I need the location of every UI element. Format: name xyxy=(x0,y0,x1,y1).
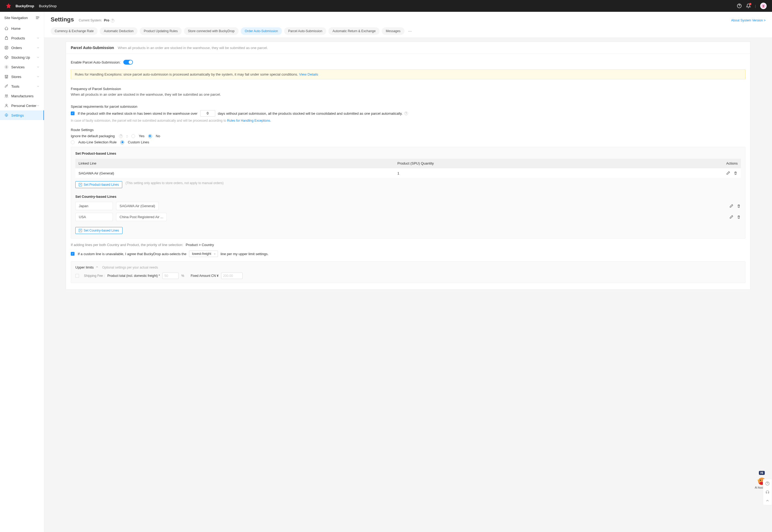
sidebar: Site Navigation Home Products Orders Sto… xyxy=(0,12,44,532)
svg-point-8 xyxy=(6,104,7,106)
tab-store-connected[interactable]: Store connected with BuckyDrop xyxy=(184,27,239,35)
help-icon[interactable]: ? xyxy=(111,19,114,23)
tab-product-updating[interactable]: Product Updating Rules xyxy=(140,27,182,35)
collapse-icon[interactable] xyxy=(35,16,40,20)
set-product-lines-button[interactable]: + Set Product-based Lines xyxy=(75,181,122,188)
tabs-more-icon[interactable]: ⋯ xyxy=(407,29,413,33)
delete-icon[interactable] xyxy=(733,171,738,175)
tab-order-auto-submission[interactable]: Order Auto-Submission xyxy=(241,27,282,35)
special-req-checkbox[interactable] xyxy=(71,111,75,115)
route-settings-title: Route Settings xyxy=(71,128,745,132)
float-actions xyxy=(763,479,772,505)
tab-auto-return[interactable]: Automatic Return & Exchange xyxy=(328,27,380,35)
sidebar-item-tools[interactable]: Tools xyxy=(0,81,44,91)
help-icon[interactable] xyxy=(737,3,742,8)
bell-icon[interactable] xyxy=(746,3,751,8)
enable-toggle[interactable] xyxy=(123,60,133,65)
svg-point-9 xyxy=(6,115,7,116)
ignore-yes-radio[interactable] xyxy=(131,134,135,138)
line-box: SAGAWA Air (General) xyxy=(116,202,159,210)
set-country-lines-button[interactable]: + Set Country-based Lines xyxy=(75,227,123,234)
delete-icon[interactable] xyxy=(737,215,741,219)
top-header: BuckyDrop BuckyShop | xyxy=(0,0,772,12)
header-separator: | xyxy=(755,4,756,8)
exception-alert: Rules for Handling Exceptions: since par… xyxy=(71,69,745,79)
factory-icon xyxy=(4,94,9,98)
days-input[interactable] xyxy=(200,110,215,117)
chevron-down-icon xyxy=(36,56,40,59)
bag-icon xyxy=(4,36,9,40)
fixed-amount-input[interactable] xyxy=(221,273,243,279)
current-system: Current System: Pro ? xyxy=(79,18,114,23)
table-row: SAGAWA Air (General) 1 xyxy=(75,168,741,178)
sidebar-item-stores[interactable]: Stores xyxy=(0,72,44,81)
chevron-down-icon xyxy=(36,85,40,88)
help-icon[interactable]: ? xyxy=(404,111,408,115)
line-box: China Post Registered Air ... xyxy=(116,213,167,221)
brand-buckyshop[interactable]: BuckyShop xyxy=(39,4,57,8)
svg-point-3 xyxy=(763,5,764,6)
avatar[interactable] xyxy=(760,3,767,9)
shipping-fee-checkbox[interactable] xyxy=(75,274,79,278)
sidebar-item-settings[interactable]: Settings xyxy=(0,110,44,120)
special-req-title: Special requirements for parcel submissi… xyxy=(71,105,745,109)
edit-icon[interactable] xyxy=(729,215,733,219)
country-lines-title: Set Country-based Lines xyxy=(75,195,741,199)
tab-auto-deduction[interactable]: Automatic Deduction xyxy=(100,27,138,35)
logo xyxy=(5,3,12,9)
tab-messages[interactable]: Messages xyxy=(382,27,404,35)
home-icon xyxy=(4,26,9,31)
sidebar-title: Site Navigation xyxy=(4,16,28,20)
product-lines-hint: (This setting only applies to store orde… xyxy=(125,181,224,185)
svg-point-2 xyxy=(763,5,763,6)
rules-link[interactable]: Rules for Handling Exceptions. xyxy=(227,119,271,122)
store-icon xyxy=(4,75,9,79)
sidebar-item-products[interactable]: Products xyxy=(0,33,44,43)
country-box: Japan xyxy=(75,202,113,210)
chevron-up-icon xyxy=(95,265,99,269)
tools-icon xyxy=(4,84,9,88)
tab-parcel-auto-submission[interactable]: Parcel Auto-Submission xyxy=(284,27,326,35)
list-icon xyxy=(4,46,9,50)
notification-dot xyxy=(749,3,751,5)
sidebar-item-orders[interactable]: Orders xyxy=(0,43,44,53)
panel-title: Parcel Auto-Submission xyxy=(71,46,114,50)
custom-unavail-checkbox[interactable] xyxy=(71,252,75,256)
float-headset-icon[interactable] xyxy=(763,488,772,496)
box-icon xyxy=(4,55,9,59)
tab-currency[interactable]: Currency & Exchange Rate xyxy=(51,27,98,35)
custom-lines-radio[interactable] xyxy=(120,140,124,144)
chevron-down-icon xyxy=(36,65,40,69)
user-icon xyxy=(4,103,9,108)
view-details-link[interactable]: View Details xyxy=(299,72,318,76)
enable-label: Enable Parcel Auto-Submission: xyxy=(71,60,121,64)
sidebar-item-home[interactable]: Home xyxy=(0,24,44,33)
percent-input[interactable] xyxy=(162,273,179,279)
gear-icon xyxy=(4,113,9,117)
upper-limits-title[interactable]: Upper limits xyxy=(75,265,99,269)
float-help-icon[interactable] xyxy=(763,479,772,488)
freight-select[interactable]: lowest-freight xyxy=(189,251,218,257)
sidebar-item-services[interactable]: Services xyxy=(0,62,44,72)
chevron-down-icon xyxy=(36,46,40,49)
edit-icon[interactable] xyxy=(726,171,730,175)
help-icon[interactable]: ? xyxy=(119,134,123,138)
about-version-link[interactable]: About System Version > xyxy=(731,18,766,22)
sidebar-item-stocking-up[interactable]: Stocking Up xyxy=(0,53,44,62)
page-header: Settings Current System: Pro ? About Sys… xyxy=(44,12,772,38)
frequency-title: Frequency of Parcel Submission xyxy=(71,87,745,91)
ignore-no-radio[interactable] xyxy=(148,134,152,138)
services-icon xyxy=(4,65,9,69)
sidebar-item-personal-center[interactable]: Personal Center xyxy=(0,101,44,110)
sidebar-title-row: Site Navigation xyxy=(0,12,44,24)
sidebar-item-manufacturers[interactable]: Manufacturers xyxy=(0,91,44,101)
svg-point-11 xyxy=(760,480,761,481)
main-content: Settings Current System: Pro ? About Sys… xyxy=(44,12,772,532)
auto-line-radio[interactable] xyxy=(71,140,75,144)
delete-icon[interactable] xyxy=(737,204,741,208)
brand-buckydrop[interactable]: BuckyDrop xyxy=(16,4,34,8)
svg-point-1 xyxy=(761,3,766,8)
chevron-down-icon xyxy=(36,36,40,40)
float-top-icon[interactable] xyxy=(763,496,772,505)
edit-icon[interactable] xyxy=(729,204,733,208)
